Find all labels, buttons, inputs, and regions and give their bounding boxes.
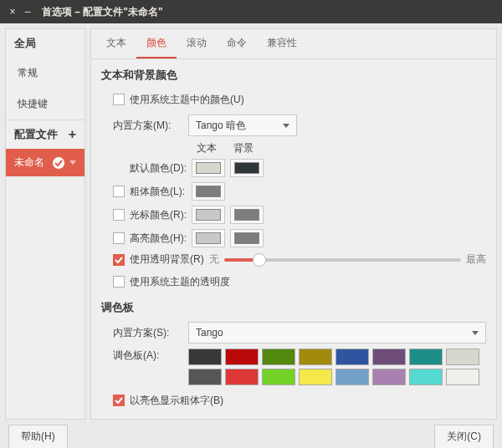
label-default-colors: 默认颜色(D): [130, 161, 192, 176]
row-bold-bright[interactable]: 以亮色显示粗体字(B) [113, 390, 486, 410]
select-builtin-scheme-value: Tango 暗色 [196, 119, 246, 133]
tab-2[interactable]: 滚动 [177, 29, 217, 59]
label-palette-colors: 调色板(A): [113, 349, 188, 363]
default-text-color-button[interactable] [192, 159, 225, 177]
sidebar-profile-active[interactable]: 未命名 [6, 149, 85, 176]
tab-1[interactable]: 颜色 [136, 29, 177, 59]
select-palette-scheme-value: Tango [196, 327, 223, 339]
palette-swatch-11[interactable] [299, 369, 332, 385]
check-circle-icon [53, 157, 64, 169]
bold-color-button[interactable] [192, 182, 225, 201]
highlight-text-color-button[interactable] [192, 229, 225, 247]
slider-max-label: 最高 [466, 252, 486, 267]
palette-swatch-2[interactable] [262, 349, 295, 365]
transparency-slider[interactable] [224, 253, 461, 267]
cursor-bg-color-button[interactable] [230, 206, 264, 224]
sidebar-item-general[interactable]: 常规 [6, 58, 85, 89]
sidebar-header-profiles-label: 配置文件 [14, 127, 58, 142]
close-button[interactable]: 关闭(C) [434, 425, 494, 448]
row-use-theme-transparency[interactable]: 使用系统主题的透明度 [113, 272, 486, 292]
palette-swatch-13[interactable] [372, 369, 406, 385]
palette-grid [188, 349, 486, 385]
checkbox-use-theme-transparency[interactable] [113, 276, 125, 288]
sidebar-header-profiles: 配置文件 + [6, 120, 85, 149]
checkbox-cursor-color[interactable] [113, 209, 125, 221]
palette-swatch-1[interactable] [225, 349, 259, 365]
close-window-icon[interactable]: × [5, 0, 20, 23]
profile-menu-caret-icon[interactable] [69, 160, 76, 165]
row-palette-colors: 调色板(A): [113, 349, 486, 385]
row-default-colors: 默认颜色(D): [113, 159, 486, 177]
cursor-text-color-button[interactable] [192, 206, 225, 224]
section-title-text-bg: 文本和背景颜色 [101, 68, 486, 83]
checkbox-bold-bright[interactable] [113, 395, 125, 406]
row-cursor-color: 光标颜色(R): [113, 206, 486, 224]
content: 全局 常规 快捷键 配置文件 + 未命名 文本颜色滚动命令兼容性 文本和背景颜色 [0, 23, 502, 425]
row-palette-scheme: 内置方案(S): Tango [113, 322, 486, 344]
tab-3[interactable]: 命令 [217, 29, 257, 59]
label-builtin-scheme: 内置方案(M): [113, 119, 188, 133]
titlebar: × – 首选项 – 配置文件"未命名" [0, 0, 502, 23]
row-transparent-bg: 使用透明背景(R) 无 最高 [113, 252, 486, 267]
transparency-slider-wrap: 无 最高 [209, 252, 486, 267]
label-palette-scheme: 内置方案(S): [113, 326, 188, 340]
chevron-down-icon [283, 124, 289, 128]
help-button[interactable]: 帮助(H) [8, 425, 68, 448]
palette-swatch-15[interactable] [446, 369, 479, 385]
tab-4[interactable]: 兼容性 [257, 29, 307, 59]
chevron-down-icon [472, 331, 479, 335]
window-title: 首选项 – 配置文件"未命名" [42, 5, 163, 19]
section-title-palette: 调色板 [101, 300, 486, 315]
select-palette-scheme[interactable]: Tango [188, 322, 486, 344]
minimize-window-icon[interactable]: – [20, 0, 35, 23]
tabs: 文本颜色滚动命令兼容性 [91, 29, 496, 59]
default-bg-color-button[interactable] [230, 159, 264, 177]
row-use-theme-colors[interactable]: 使用系统主题中的颜色(U) [113, 89, 486, 109]
tab-0[interactable]: 文本 [96, 29, 136, 59]
label-use-theme-transparency: 使用系统主题的透明度 [130, 275, 230, 289]
checkbox-use-theme-colors[interactable] [113, 94, 125, 105]
main-panel: 文本颜色滚动命令兼容性 文本和背景颜色 使用系统主题中的颜色(U) 内置方案(M… [90, 28, 497, 420]
add-profile-button[interactable]: + [69, 127, 76, 142]
sidebar-item-shortcuts[interactable]: 快捷键 [6, 89, 85, 120]
highlight-bg-color-button[interactable] [230, 229, 264, 247]
row-builtin-scheme: 内置方案(M): Tango 暗色 [113, 115, 486, 136]
label-transparent-bg: 使用透明背景(R) [130, 252, 204, 267]
palette-swatch-5[interactable] [372, 349, 406, 365]
slider-min-label: 无 [209, 252, 219, 267]
col-bg-label: 背景 [225, 141, 262, 155]
sidebar-profile-label: 未命名 [14, 155, 44, 170]
palette-swatch-6[interactable] [409, 349, 443, 365]
row-highlight-color: 高亮颜色(H): [113, 229, 486, 247]
color-columns-header: 文本 背景 [188, 141, 486, 155]
select-builtin-scheme[interactable]: Tango 暗色 [188, 115, 297, 136]
palette-swatch-3[interactable] [299, 349, 332, 365]
row-bold-color: 粗体颜色(L): [113, 182, 486, 201]
palette-swatch-10[interactable] [262, 369, 295, 385]
label-highlight-color: 高亮颜色(H): [130, 232, 192, 246]
sidebar-header-global: 全局 [6, 29, 85, 58]
palette-swatch-9[interactable] [225, 369, 259, 385]
label-bold-color: 粗体颜色(L): [130, 185, 192, 199]
checkbox-transparent-bg[interactable] [113, 254, 125, 266]
label-bold-bright: 以亮色显示粗体字(B) [130, 394, 223, 408]
label-use-theme-colors: 使用系统主题中的颜色(U) [130, 93, 244, 107]
palette-swatch-4[interactable] [336, 349, 369, 365]
sidebar: 全局 常规 快捷键 配置文件 + 未命名 [5, 28, 85, 420]
footer: 帮助(H) 关闭(C) [0, 425, 502, 448]
palette-swatch-8[interactable] [188, 369, 222, 385]
label-cursor-color: 光标颜色(R): [130, 208, 192, 222]
palette-swatch-14[interactable] [409, 369, 443, 385]
checkbox-highlight-color[interactable] [113, 232, 125, 244]
palette-swatch-0[interactable] [188, 349, 222, 365]
checkbox-bold-color[interactable] [113, 186, 125, 197]
tab-pane-colors: 文本和背景颜色 使用系统主题中的颜色(U) 内置方案(M): Tango 暗色 … [91, 59, 496, 419]
col-text-label: 文本 [188, 141, 225, 155]
palette-swatch-12[interactable] [336, 369, 369, 385]
palette-swatch-7[interactable] [446, 349, 479, 365]
